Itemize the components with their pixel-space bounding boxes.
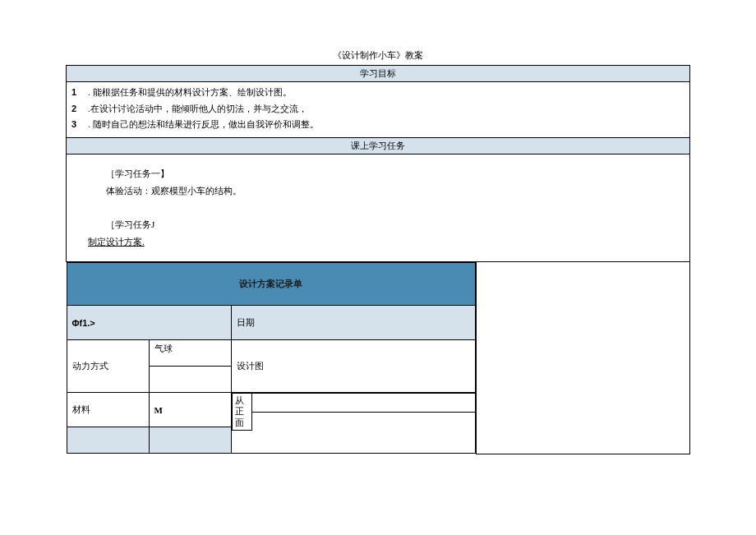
record-power-label: 动力方式 [67, 340, 149, 393]
record-front-wrap: 从正面 [231, 393, 476, 454]
goal-text: . 随时自己的想法和结果进行反思，做出自我评价和调整。 [88, 118, 319, 132]
record-last-left [67, 427, 149, 454]
record-power-balloon: 气球 [149, 340, 231, 367]
record-front-empty-top [251, 394, 475, 413]
record-row1-right: 日期 [231, 306, 476, 340]
record-material-label: 材料 [67, 393, 149, 427]
tasks-intro: ［学习任务一】 体验活动：观察模型小车的结构。 ［学习任务J 制定设计方案. [67, 154, 690, 261]
goals-cell: 1 . 能根据任务和提供的材料设计方案、绘制设计图。 2 .在设计讨论活动中，能… [67, 82, 690, 138]
task1-label: ［学习任务一】 [88, 165, 668, 182]
record-last-mid [149, 427, 231, 454]
goal-num: 1 [71, 85, 88, 100]
record-design-label: 设计图 [231, 340, 476, 393]
side-empty [477, 262, 690, 454]
record-front-empty-bot [251, 413, 475, 430]
goal-item: 1 . 能根据任务和提供的材料设计方案、绘制设计图。 [71, 85, 685, 100]
record-table: 设计方案记录单 Φf1.> 日期 动力方式 气球 设计图 材料 M [67, 262, 477, 454]
record-power-empty [149, 367, 231, 393]
main-table: 学习目标 1 . 能根据任务和提供的材料设计方案、绘制设计图。 2 .在设计讨论… [66, 65, 690, 454]
goal-num: 2 [71, 102, 88, 117]
task2-body: 制定设计方案. [88, 233, 668, 251]
record-title: 设计方案记录单 [67, 263, 476, 306]
goal-num: 3 [71, 118, 88, 132]
record-material-m: M [149, 393, 231, 427]
tasks-header: 课上学习任务 [67, 137, 690, 154]
record-front-label: 从正面 [232, 394, 251, 431]
page-title: 《设计制作小车》教案 [66, 49, 690, 62]
goal-text: .在设计讨论活动中，能倾听他人的切法，并与之交流， [88, 102, 307, 117]
goals-header: 学习目标 [67, 66, 690, 82]
goal-item: 3 . 随时自己的想法和结果进行反思，做出自我评价和调整。 [71, 118, 685, 132]
goal-item: 2 .在设计讨论活动中，能倾听他人的切法，并与之交流， [71, 102, 685, 117]
record-row1-left: Φf1.> [67, 306, 231, 340]
goal-text: . 能根据任务和提供的材料设计方案、绘制设计图。 [88, 85, 292, 100]
task1-body: 体验活动：观察模型小车的结构。 [88, 182, 668, 200]
task2-label: ［学习任务J [88, 216, 668, 233]
